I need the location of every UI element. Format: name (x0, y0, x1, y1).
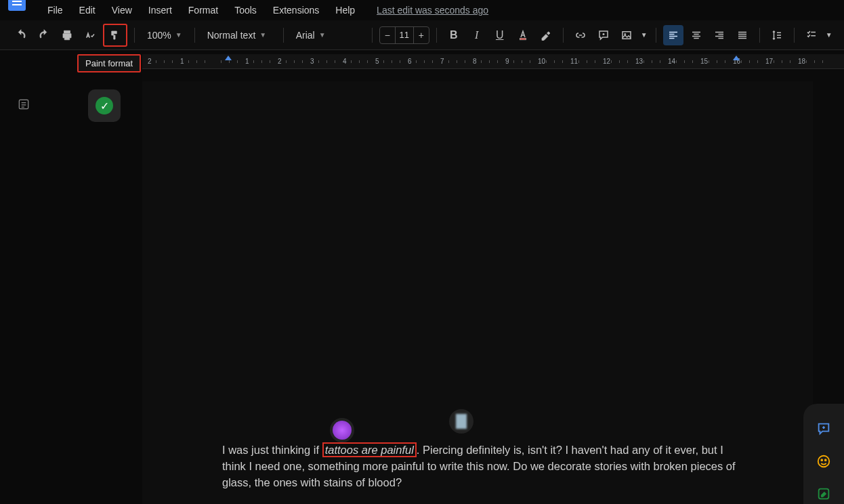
last-edit-link[interactable]: Last edit was seconds ago (377, 5, 488, 16)
zoom-select[interactable]: 100%▼ (142, 25, 188, 45)
ruler-tick: 13 (635, 58, 643, 65)
ruler-tick: 15 (700, 58, 708, 65)
undo-button[interactable] (11, 25, 31, 45)
font-value: Arial (296, 30, 315, 41)
menu-format[interactable]: Format (182, 2, 225, 18)
left-sidebar (0, 69, 47, 504)
ruler-tick: 18 (798, 58, 805, 65)
ruler-tick: 8 (473, 58, 477, 65)
paint-format-tooltip: Paint format (77, 54, 141, 72)
suggest-edits-action[interactable] (815, 485, 832, 503)
text-before: I was just thinking if (222, 444, 322, 456)
align-right-button[interactable] (709, 25, 730, 45)
menu-tools[interactable]: Tools (228, 2, 263, 18)
document-outline-button[interactable] (14, 95, 33, 114)
ruler-tick: 11 (570, 58, 578, 65)
separator (656, 28, 656, 43)
separator (372, 28, 373, 43)
font-size-value[interactable]: 11 (395, 27, 414, 43)
caret-down-icon: ▼ (259, 31, 266, 39)
ruler-tick: 2 (148, 58, 152, 65)
floating-action-panel (803, 404, 844, 504)
separator (436, 28, 437, 43)
separator (283, 28, 284, 43)
menu-bar: File Edit View Insert Format Tools Exten… (0, 0, 844, 20)
ruler-tick: 2 (278, 58, 282, 65)
add-comment-action[interactable] (815, 420, 832, 438)
ruler-tick: 9 (505, 58, 509, 65)
align-left-button[interactable] (663, 25, 683, 45)
zoom-value: 100% (147, 30, 171, 41)
style-select[interactable]: Normal text▼ (202, 25, 276, 45)
menu-help[interactable]: Help (329, 2, 362, 18)
add-comment-button[interactable] (593, 25, 614, 45)
svg-point-4 (818, 456, 830, 467)
align-justify-button[interactable] (732, 25, 753, 45)
right-indent-marker[interactable] (733, 56, 740, 60)
ruler-tick: 10 (538, 58, 545, 65)
ruler-tick: 6 (408, 58, 412, 65)
menu-insert[interactable]: Insert (142, 2, 179, 18)
text-color-button[interactable] (513, 25, 533, 45)
left-indent-marker[interactable] (225, 56, 232, 60)
separator (134, 28, 135, 43)
ruler-tick: 12 (603, 58, 610, 65)
spellcheck-button[interactable] (80, 25, 100, 45)
svg-point-6 (825, 459, 826, 461)
separator (794, 28, 795, 43)
insert-image-button[interactable] (616, 25, 637, 45)
toolbar: 100%▼ Normal text▼ Arial▼ − 11 + B I U ▼… (0, 20, 844, 50)
decrease-font-button[interactable]: − (380, 30, 395, 41)
ruler-tick: 7 (440, 58, 444, 65)
checkmark-icon: ✓ (96, 97, 113, 114)
document-canvas[interactable] (142, 69, 844, 504)
style-value: Normal text (207, 30, 256, 41)
highlighted-phrase: tattoos are painful (322, 442, 417, 457)
underline-button[interactable]: U (490, 25, 510, 45)
separator (563, 28, 564, 43)
caret-down-icon: ▼ (319, 31, 326, 39)
checklist-button[interactable] (801, 25, 822, 45)
separator (194, 28, 195, 43)
menu-edit[interactable]: Edit (72, 2, 102, 18)
highlight-color-button[interactable] (536, 25, 556, 45)
checklist-dropdown-icon[interactable]: ▼ (824, 25, 834, 45)
ruler-tick: 17 (765, 58, 773, 65)
font-select[interactable]: Arial▼ (291, 25, 365, 45)
insert-link-button[interactable] (570, 25, 591, 45)
font-size-control: − 11 + (379, 26, 429, 44)
image-dropdown-icon[interactable]: ▼ (639, 25, 649, 45)
separator (759, 28, 760, 43)
print-button[interactable] (57, 25, 77, 45)
collaborator-cursor-2 (449, 409, 473, 434)
ruler-tick: 1 (180, 58, 184, 65)
collaborator-cursor-1 (330, 418, 354, 442)
menu-extensions[interactable]: Extensions (266, 2, 326, 18)
grammar-check-badge[interactable]: ✓ (88, 89, 121, 122)
ruler-tick: 1 (245, 58, 249, 65)
line-spacing-button[interactable] (767, 25, 787, 45)
increase-font-button[interactable]: + (414, 30, 429, 41)
bold-button[interactable]: B (444, 25, 464, 45)
svg-rect-0 (520, 38, 526, 39)
docs-logo-icon[interactable] (8, 0, 26, 11)
svg-point-5 (821, 459, 822, 461)
document-text[interactable]: I was just thinking if tattoos are painf… (222, 442, 737, 490)
align-center-button[interactable] (686, 25, 706, 45)
add-emoji-action[interactable] (815, 453, 832, 470)
menu-file[interactable]: File (41, 2, 70, 18)
ruler-tick: 14 (668, 58, 675, 65)
ruler-tick: 5 (375, 58, 379, 65)
svg-rect-1 (623, 31, 631, 39)
caret-down-icon: ▼ (175, 31, 182, 39)
ruler-tick: 3 (310, 58, 314, 65)
ruler-tick: 4 (343, 58, 347, 65)
italic-button[interactable]: I (467, 25, 487, 45)
page (142, 81, 813, 504)
menu-view[interactable]: View (105, 2, 139, 18)
paint-format-button[interactable] (103, 24, 127, 47)
redo-button[interactable] (34, 25, 54, 45)
horizontal-ruler[interactable]: 21123456789101112131415161718 (142, 54, 844, 69)
